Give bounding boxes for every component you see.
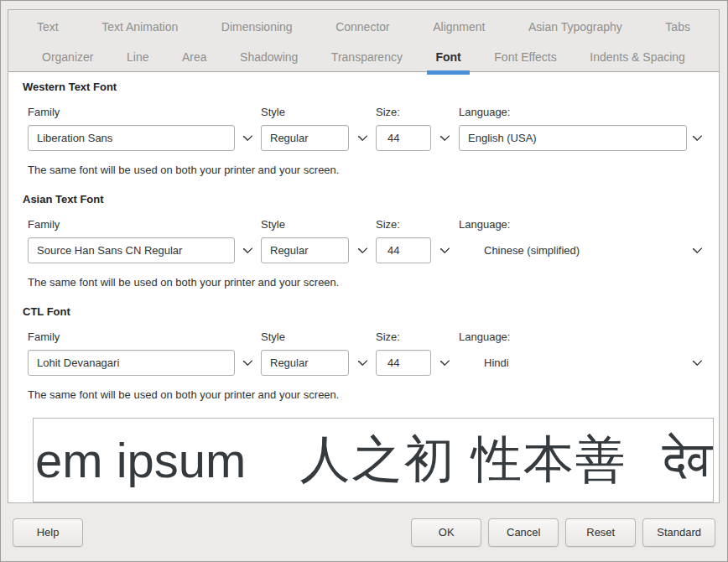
tab-label: Indents & Spacing [590,50,685,64]
western-family-combobox[interactable]: Liberation Sans [28,125,235,151]
chevron-down-icon [439,356,450,366]
tab-label: Area [182,50,207,64]
tab-row-2: Organizer Line Area Shadowing Transparen… [8,42,719,71]
western-family-dropdown-button[interactable] [235,124,261,151]
ctl-size-dropdown-button[interactable] [431,349,459,376]
tab-shadowing[interactable]: Shadowing [230,42,308,71]
fields-row: Liberation Sans Regular 44 English (USA) [28,124,707,151]
reset-button[interactable]: Reset [565,518,636,547]
labels-row: Family Style Size: Language: [28,329,707,344]
cancel-button[interactable]: Cancel [488,518,559,547]
asian-size-combobox[interactable]: 44 [376,237,431,263]
western-size-dropdown-button[interactable] [431,124,459,151]
ctl-language-dropdown-button[interactable] [687,349,707,376]
asian-language-dropdown-button[interactable] [687,237,707,263]
western-size-combobox[interactable]: 44 [376,125,431,151]
ctl-style-combobox[interactable]: Regular [261,350,349,376]
western-language-dropdown-button[interactable] [687,124,707,151]
font-tab-page: Western Text Font Family Style Size: Lan… [8,72,719,502]
tab-label: Font Effects [494,50,556,64]
size-label: Size: [376,330,431,343]
tab-text[interactable]: Text [27,12,69,42]
ctl-size-combobox[interactable]: 44 [376,350,431,376]
ok-button[interactable]: OK [411,518,481,547]
chevron-down-icon [242,131,252,141]
tab-label: Tabs [665,20,690,34]
tab-label: Font [435,50,460,64]
size-label: Size: [376,106,431,118]
active-tab-underline [427,70,469,75]
tab-label: Line [127,50,148,64]
tab-label: Asian Typography [528,20,622,34]
asian-style-dropdown-button[interactable] [349,237,376,263]
chevron-down-icon [439,243,450,253]
family-label: Family [28,218,235,231]
printer-screen-note: The same font will be used on both your … [28,388,709,401]
primary-button-group: OK Cancel Reset Standard [411,518,715,547]
tab-label: Shadowing [240,50,298,64]
tab-label: Organizer [42,50,93,64]
asian-family-combobox[interactable]: Source Han Sans CN Regular [28,237,235,263]
asian-size-dropdown-button[interactable] [431,237,459,263]
language-label: Language: [459,218,687,231]
size-label: Size: [376,218,431,231]
asian-family-dropdown-button[interactable] [235,237,261,263]
tab-label: Connector [335,20,390,34]
tab-organizer[interactable]: Organizer [32,42,103,71]
chevron-down-icon [357,243,367,253]
language-label: Language: [459,106,687,118]
tab-asian-typography[interactable]: Asian Typography [518,12,632,42]
section-western-text-font: Western Text Font Family Style Size: Lan… [17,81,709,176]
character-dialog: Text Text Animation Dimensioning Connect… [0,0,728,562]
printer-screen-note: The same font will be used on both your … [28,164,709,176]
tab-row-1: Text Text Animation Dimensioning Connect… [8,12,719,42]
tab-line[interactable]: Line [117,42,159,71]
style-label: Style [261,330,349,343]
section-title: Western Text Font [23,81,709,93]
style-label: Style [261,218,349,231]
ctl-language-combobox[interactable]: Hindi [459,350,687,376]
tab-notebook: Text Text Animation Dimensioning Connect… [8,9,720,503]
fields-row: Source Han Sans CN Regular Regular 44 Ch… [28,237,707,263]
fields-row: Lohit Devanagari Regular 44 Hindi [28,349,707,376]
asian-style-combobox[interactable]: Regular [261,237,349,263]
standard-button[interactable]: Standard [642,518,715,547]
chevron-down-icon [357,131,367,141]
section-ctl-font: CTL Font Family Style Size: Language: Lo… [17,305,709,401]
ctl-style-dropdown-button[interactable] [349,349,376,376]
section-title: Asian Text Font [23,193,709,206]
tab-font-active[interactable]: Font [425,42,471,71]
tab-area[interactable]: Area [172,42,217,71]
tab-transparency[interactable]: Transparency [321,42,413,71]
tab-dimensioning[interactable]: Dimensioning [211,12,303,42]
preview-cjk-text: 人之初 性本善 [299,426,627,494]
labels-row: Family Style Size: Language: [28,104,707,119]
chevron-down-icon [439,131,450,141]
tab-label: Dimensioning [221,20,293,34]
preview-latin-text: em ipsum [35,432,246,488]
tab-label: Text Animation [101,20,178,34]
ctl-family-combobox[interactable]: Lohit Devanagari [28,350,235,376]
tab-indents-spacing[interactable]: Indents & Spacing [580,42,695,71]
family-label: Family [28,330,235,343]
chevron-down-icon [692,356,702,366]
style-label: Style [261,106,349,118]
chevron-down-icon [692,243,702,253]
western-language-combobox[interactable]: English (USA) [459,125,687,151]
section-title: CTL Font [23,305,709,318]
tab-text-animation[interactable]: Text Animation [91,12,188,42]
chevron-down-icon [357,356,367,366]
tab-connector[interactable]: Connector [325,12,400,42]
ctl-family-dropdown-button[interactable] [235,349,261,376]
tab-strip: Text Text Animation Dimensioning Connect… [8,10,719,72]
chevron-down-icon [242,243,252,253]
western-style-dropdown-button[interactable] [349,124,376,151]
tab-tabs[interactable]: Tabs [655,12,700,42]
asian-language-combobox[interactable]: Chinese (simplified) [459,237,687,263]
tab-font-effects[interactable]: Font Effects [484,42,566,71]
help-button[interactable]: Help [13,518,83,547]
tab-alignment[interactable]: Alignment [423,12,495,42]
chevron-down-icon [692,131,702,141]
preview-ctl-text: देवन [663,431,714,489]
western-style-combobox[interactable]: Regular [261,125,349,151]
